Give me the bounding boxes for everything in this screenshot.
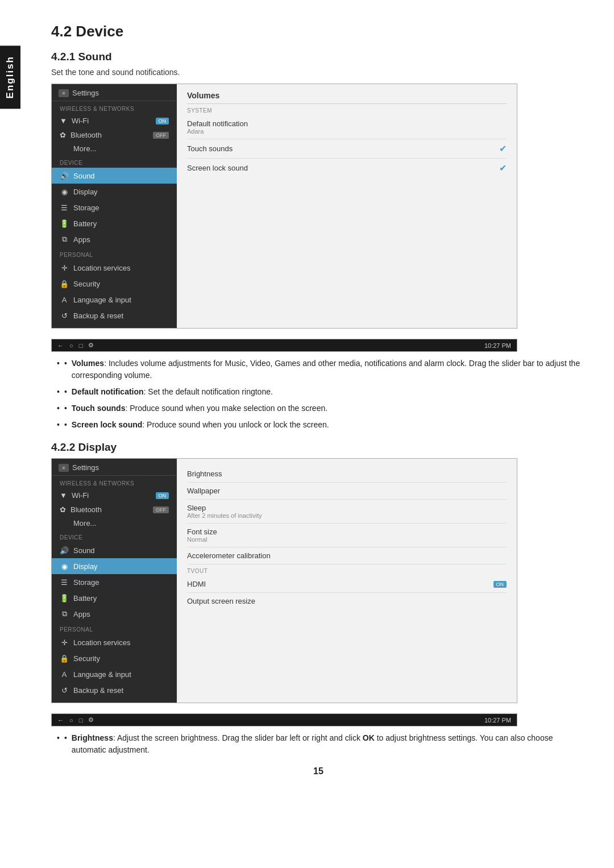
- wallpaper-row[interactable]: Wallpaper: [187, 483, 507, 500]
- sidebar-item-battery[interactable]: 🔋 Battery: [52, 215, 177, 231]
- sleep-sub: After 2 minutes of inactivity: [187, 512, 262, 519]
- default-notification-value: Adara: [187, 128, 248, 135]
- touch-sounds-check: ✔: [499, 143, 507, 154]
- section-title: 4.2 Device: [51, 23, 586, 40]
- settings-sidebar-display: ≡ Settings WIRELESS & NETWORKS ▼ Wi-Fi O…: [52, 459, 177, 703]
- nav-icons-sound: ← ○ □ ⚙: [57, 342, 94, 349]
- display-bullet-list: • Brightness: Adjust the screen brightne…: [57, 732, 586, 756]
- default-notification-row[interactable]: Default notification Adara: [187, 115, 507, 139]
- hdmi-toggle[interactable]: ON: [493, 581, 507, 588]
- security-icon: 🔒: [60, 279, 69, 288]
- recent-icon-d[interactable]: □: [79, 717, 83, 724]
- apps-label: Apps: [73, 235, 90, 244]
- display-icon-d: ◉: [60, 562, 69, 571]
- sidebar-item-backup-d[interactable]: ↺ Backup & reset: [52, 682, 177, 698]
- sidebar-item-apps[interactable]: ⧉ Apps: [52, 231, 177, 247]
- bold-volumes: Volumes: [72, 359, 104, 368]
- wifi-toggle-d[interactable]: ON: [156, 492, 169, 499]
- wifi-label: Wi-Fi: [72, 117, 89, 125]
- bluetooth-row[interactable]: ✿ Bluetooth OFF: [52, 128, 177, 142]
- sidebar-item-sound[interactable]: 🔊 Sound: [52, 168, 177, 184]
- sidebar-item-location[interactable]: ✛ Location services: [52, 260, 177, 276]
- bluetooth-toggle[interactable]: OFF: [153, 132, 169, 139]
- sidebar-item-display[interactable]: ◉ Display: [52, 184, 177, 200]
- sidebar-item-language-d[interactable]: A Language & input: [52, 666, 177, 682]
- sidebar-item-backup[interactable]: ↺ Backup & reset: [52, 308, 177, 323]
- language-icon-d: A: [60, 670, 69, 679]
- bluetooth-row-d[interactable]: ✿ Bluetooth OFF: [52, 502, 177, 517]
- language-icon: A: [60, 295, 69, 304]
- wifi-row-d[interactable]: ▼ Wi-Fi ON: [52, 488, 177, 502]
- location-label-d: Location services: [73, 638, 130, 647]
- wifi-toggle[interactable]: ON: [156, 118, 169, 124]
- subsection-sound-title: 4.2.1 Sound: [51, 51, 586, 63]
- battery-icon-d: 🔋: [60, 593, 69, 603]
- bluetooth-toggle-d[interactable]: OFF: [153, 506, 169, 513]
- wireless-label-d: WIRELESS & NETWORKS: [52, 476, 177, 488]
- sidebar-item-storage-d[interactable]: ☰ Storage: [52, 574, 177, 590]
- bullet-default-notification: • Default notification: Set the default …: [57, 386, 586, 398]
- display-label: Display: [73, 188, 98, 196]
- back-icon-d[interactable]: ←: [57, 717, 64, 724]
- wireless-label: WIRELESS & NETWORKS: [52, 101, 177, 114]
- recent-icon[interactable]: □: [79, 342, 83, 349]
- brightness-row[interactable]: Brightness: [187, 466, 507, 483]
- accel-row[interactable]: Accelerometer calibration: [187, 547, 507, 564]
- hdmi-row[interactable]: HDMI ON: [187, 576, 507, 593]
- personal-label-d: PERSONAL: [52, 622, 177, 634]
- touch-sounds-row[interactable]: Touch sounds ✔: [187, 139, 507, 159]
- settings-icon-d[interactable]: ⚙: [88, 716, 94, 724]
- home-icon-d[interactable]: ○: [69, 717, 73, 724]
- backup-icon: ↺: [60, 311, 69, 320]
- security-label-d: Security: [73, 654, 100, 663]
- bullet-brightness: • Brightness: Adjust the screen brightne…: [57, 732, 586, 756]
- backup-label: Backup & reset: [73, 312, 123, 320]
- page-number: 15: [51, 766, 586, 776]
- sound-icon-d: 🔊: [60, 546, 69, 555]
- more-item-d[interactable]: More...: [52, 517, 177, 530]
- time-display-display: 10:27 PM: [484, 717, 511, 724]
- display-label-d: Display: [73, 562, 98, 571]
- sidebar-item-language[interactable]: A Language & input: [52, 292, 177, 308]
- sidebar-item-battery-d[interactable]: 🔋 Battery: [52, 590, 177, 606]
- sidebar-item-apps-d[interactable]: ⧉ Apps: [52, 606, 177, 622]
- bluetooth-icon: ✿: [60, 131, 66, 139]
- bluetooth-label-d: Bluetooth: [70, 505, 102, 514]
- volumes-title: Volumes: [187, 91, 507, 100]
- apps-label-d: Apps: [73, 610, 90, 618]
- more-item[interactable]: More...: [52, 142, 177, 155]
- sleep-row[interactable]: Sleep After 2 minutes of inactivity: [187, 500, 507, 524]
- home-icon[interactable]: ○: [69, 342, 73, 349]
- sidebar-item-security-d[interactable]: 🔒 Security: [52, 650, 177, 666]
- output-screen-resize-row[interactable]: Output screen resize: [187, 593, 507, 609]
- security-label: Security: [73, 280, 100, 288]
- sidebar-item-display-d[interactable]: ◉ Display: [52, 558, 177, 574]
- sound-main-content: Volumes SYSTEM Default notification Adar…: [177, 84, 517, 328]
- bluetooth-label: Bluetooth: [70, 131, 102, 139]
- panel-header-display: ≡ Settings: [52, 459, 177, 476]
- apps-icon-d: ⧉: [60, 609, 69, 618]
- bold-default-notification: Default notification: [72, 387, 144, 396]
- settings-sidebar-sound: ≡ Settings WIRELESS & NETWORKS ▼ Wi-Fi O…: [52, 84, 177, 328]
- font-size-row[interactable]: Font size Normal: [187, 524, 507, 547]
- sidebar-item-location-d[interactable]: ✛ Location services: [52, 634, 177, 650]
- sleep-label: Sleep: [187, 504, 262, 512]
- font-size-label: Font size: [187, 528, 217, 536]
- sidebar-item-storage[interactable]: ☰ Storage: [52, 200, 177, 215]
- display-main-content: Brightness Wallpaper Sleep After 2 minut…: [177, 459, 517, 703]
- bold-brightness: Brightness: [72, 733, 113, 742]
- screen-lock-sound-row[interactable]: Screen lock sound ✔: [187, 159, 507, 177]
- sound-icon: 🔊: [60, 171, 69, 180]
- wifi-icon-d: ▼: [60, 491, 67, 500]
- back-icon[interactable]: ←: [57, 342, 64, 349]
- apps-icon: ⧉: [60, 235, 69, 244]
- accel-label: Accelerometer calibration: [187, 551, 271, 560]
- wifi-row[interactable]: ▼ Wi-Fi ON: [52, 114, 177, 128]
- storage-icon-d: ☰: [60, 578, 69, 587]
- sidebar-item-security[interactable]: 🔒 Security: [52, 276, 177, 292]
- sidebar-item-sound-d[interactable]: 🔊 Sound: [52, 542, 177, 558]
- logo-icon: ≡: [59, 89, 69, 97]
- bullet-screen-lock: • Screen lock sound: Produce sound when …: [57, 419, 586, 431]
- settings-icon[interactable]: ⚙: [88, 342, 94, 349]
- settings-header-label-display: Settings: [72, 463, 99, 472]
